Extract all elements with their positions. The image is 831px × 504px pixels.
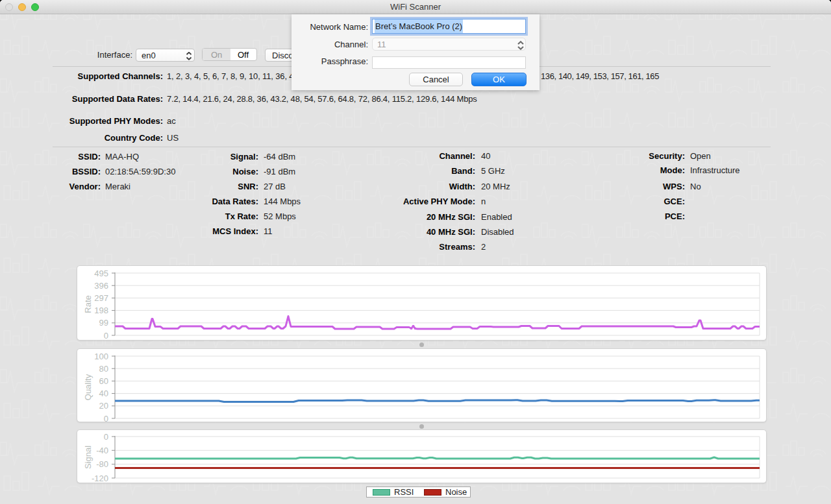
svg-text:495: 495 [94, 269, 108, 278]
svg-text:80: 80 [99, 364, 108, 374]
svg-text:Quality: Quality [83, 374, 93, 400]
svg-text:60: 60 [99, 376, 108, 386]
svg-text:396: 396 [94, 281, 108, 291]
svg-text:0: 0 [104, 414, 108, 424]
svg-text:198: 198 [94, 306, 108, 315]
svg-text:99: 99 [99, 318, 108, 328]
svg-text:40: 40 [99, 389, 108, 398]
svg-text:Signal: Signal [83, 446, 93, 469]
svg-text:20: 20 [99, 401, 108, 411]
svg-text:0: 0 [104, 331, 108, 341]
svg-text:-80: -80 [96, 459, 108, 469]
svg-text:0: 0 [104, 432, 108, 442]
svg-text:-120: -120 [92, 474, 108, 483]
svg-text:Rate: Rate [83, 295, 93, 313]
svg-text:100: 100 [94, 352, 108, 361]
svg-text:297: 297 [94, 293, 108, 303]
svg-text:-40: -40 [96, 446, 108, 455]
